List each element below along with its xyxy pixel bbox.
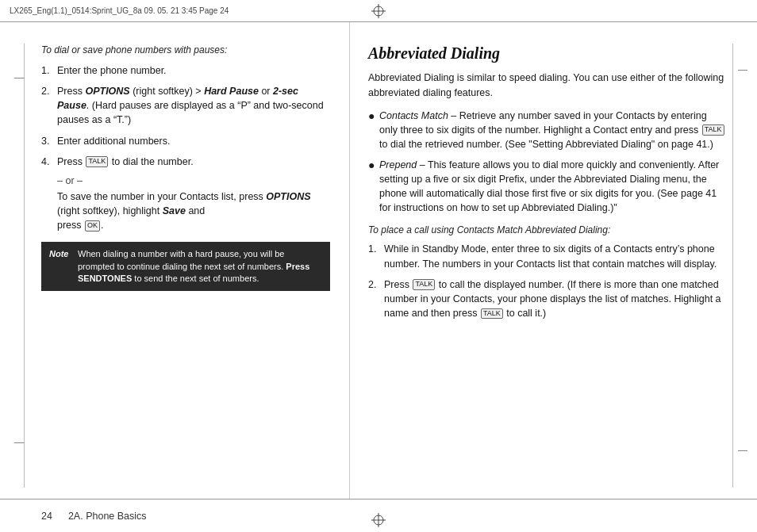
contacts-match-title: To place a call using Contacts Match Abb… <box>368 224 725 235</box>
footer: 24 2A. Phone Basics <box>0 499 757 532</box>
left-section-title: To dial or save phone numbers with pause… <box>41 44 330 55</box>
step-4: 4. Press TALK to dial the number. <box>41 155 330 169</box>
step-3-num: 3. <box>41 134 57 148</box>
talk-btn-step2: TALK <box>413 279 435 290</box>
right-steps-list: 1. While in Standby Mode, enter three to… <box>368 242 725 320</box>
save-bold: Save <box>163 205 186 216</box>
content-area: To dial or save phone numbers with pause… <box>0 22 757 499</box>
note-box: Note When dialing a number with a hard p… <box>41 242 330 291</box>
left-column: To dial or save phone numbers with pause… <box>0 22 349 499</box>
margin-mark-top-left <box>14 78 24 78</box>
step-2-options: OPTIONS <box>85 86 129 97</box>
step-2-hard-pause: Hard Pause <box>204 86 259 97</box>
bottom-crosshair <box>371 513 386 527</box>
header-text: LX265_Eng(1.1)_0514:Sprint_UG_8a 09. 05.… <box>10 6 229 15</box>
save-line: To save the number in your Contacts list… <box>57 189 330 232</box>
right-column: Abbreviated Dialing Abbreviated Dialing … <box>349 22 757 499</box>
abbreviated-dialing-heading: Abbreviated Dialing <box>368 44 725 63</box>
intro-text: Abbreviated Dialing is similar to speed … <box>368 71 725 101</box>
bullet-2-content: Prepend – This feature allows you to dia… <box>379 158 725 216</box>
bullet-icon-1: ● <box>368 109 379 151</box>
step-3-text: Enter additional numbers. <box>57 134 330 148</box>
or-divider: – or – <box>57 175 330 186</box>
note-press: Press <box>286 262 309 271</box>
prepend-term: Prepend <box>379 159 417 170</box>
ok-btn: OK <box>85 220 100 232</box>
step-1-num: 1. <box>41 63 57 78</box>
bullet-1-content: Contacts Match – Retrieve any number sav… <box>379 109 725 151</box>
page-container: LX265_Eng(1.1)_0514:Sprint_UG_8a 09. 05.… <box>0 0 757 532</box>
header-crosshair <box>371 4 386 18</box>
bullet-prepend: ● Prepend – This feature allows you to d… <box>368 158 725 216</box>
step-2-content: Press OPTIONS (right softkey) > Hard Pau… <box>57 84 330 127</box>
right-step-2: 2. Press TALK to call the displayed numb… <box>368 277 725 320</box>
right-step-1-num: 1. <box>368 242 384 270</box>
save-options: OPTIONS <box>266 191 310 202</box>
talk-btn-step4: TALK <box>86 156 108 167</box>
footer-section: 2A. Phone Basics <box>68 511 147 522</box>
contacts-match-term: Contacts Match <box>379 110 448 121</box>
header-bar: LX265_Eng(1.1)_0514:Sprint_UG_8a 09. 05.… <box>0 0 757 22</box>
talk-btn-bullet1: TALK <box>702 124 724 136</box>
right-step-2-content: Press TALK to call the displayed number.… <box>384 277 725 320</box>
note-sendtones: SENDTONES <box>78 274 132 283</box>
step-3: 3. Enter additional numbers. <box>41 134 330 148</box>
step-1-text: Enter the phone number. <box>57 63 330 78</box>
step-4-content: Press TALK to dial the number. <box>57 155 330 169</box>
margin-mark-top-right <box>738 70 747 71</box>
step-1: 1. Enter the phone number. <box>41 63 330 78</box>
step-2: 2. Press OPTIONS (right softkey) > Hard … <box>41 84 330 127</box>
note-text: When dialing a number with a hard pause,… <box>78 248 322 285</box>
step-4-num: 4. <box>41 155 57 169</box>
steps-list: 1. Enter the phone number. 2. Press OPTI… <box>41 63 330 169</box>
right-step-1: 1. While in Standby Mode, enter three to… <box>368 242 725 270</box>
step-2-num: 2. <box>41 84 57 127</box>
bullet-list: ● Contacts Match – Retrieve any number s… <box>368 109 725 216</box>
note-label: Note <box>49 248 78 285</box>
margin-mark-bottom-left <box>14 442 24 443</box>
bullet-contacts-match: ● Contacts Match – Retrieve any number s… <box>368 109 725 151</box>
footer-page-num: 24 <box>41 511 52 522</box>
right-step-1-text: While in Standby Mode, enter three to si… <box>384 242 725 270</box>
margin-mark-bottom-right <box>738 450 747 451</box>
bullet-icon-2: ● <box>368 158 379 216</box>
right-step-2-num: 2. <box>368 277 384 320</box>
talk-btn-step2b: TALK <box>481 308 503 320</box>
